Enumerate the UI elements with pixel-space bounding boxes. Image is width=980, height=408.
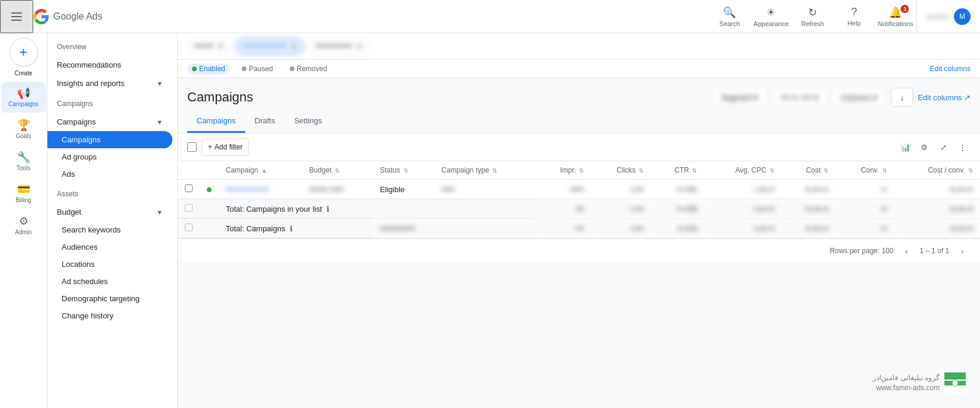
date-chevron-icon: ▾ bbox=[814, 93, 818, 102]
edit-columns-action-link[interactable]: Edit columns ↗ bbox=[918, 93, 971, 102]
total-campaigns-cost: ••,•••.•• bbox=[782, 219, 836, 238]
total-campaigns-checkbox bbox=[178, 219, 219, 238]
compare-filter-chip[interactable]: ••••••••••••••• ✕ bbox=[309, 38, 370, 55]
avatar[interactable]: M bbox=[954, 8, 971, 25]
th-ctr[interactable]: CTR ⇅ bbox=[651, 161, 704, 180]
top-navigation: Google Ads 🔍 Search ☀ Appearance ↻ Refre… bbox=[0, 0, 980, 33]
refresh-button[interactable]: ↻ Refresh bbox=[792, 0, 833, 33]
pagination-next-button[interactable]: › bbox=[954, 243, 971, 259]
edit-columns-link[interactable]: Edit columns bbox=[930, 65, 971, 73]
logo-area: Google Ads bbox=[33, 8, 114, 25]
sidebar-item-ads[interactable]: Ads bbox=[47, 165, 172, 183]
sidebar-item-billing[interactable]: 💳 Billing bbox=[1, 178, 46, 209]
notifications-button[interactable]: 🔔 1 Notifications bbox=[875, 0, 916, 33]
chart-view-button[interactable]: 📊 bbox=[897, 139, 914, 155]
campaign-name-link[interactable]: •••••••••••••••• bbox=[226, 185, 269, 194]
th-campaign[interactable]: Campaign ▲ bbox=[219, 161, 302, 180]
tab-campaigns[interactable]: Campaigns bbox=[187, 111, 245, 133]
sidebar-item-ad-schedules[interactable]: Ad schedules bbox=[47, 273, 172, 290]
account-chip-close-icon[interactable]: ✕ bbox=[217, 42, 225, 51]
th-cost-conv[interactable]: Cost / conv. ⇅ bbox=[894, 161, 980, 180]
help-label: Help bbox=[847, 20, 861, 27]
th-budget[interactable]: Budget ⇅ bbox=[302, 161, 373, 180]
sidebar-item-campaigns-menu[interactable]: Campaigns ▼ bbox=[47, 113, 172, 131]
sidebar-item-budget[interactable]: Budget ▼ bbox=[47, 203, 172, 221]
total-in-list-row: Total: Campaigns in your list ℹ ••• •,••… bbox=[178, 199, 980, 219]
sidebar-item-admin[interactable]: ⚙ Admin bbox=[1, 210, 46, 241]
more-options-button[interactable]: ⋮ bbox=[954, 139, 971, 155]
compare-chip-close-icon[interactable]: ✕ bbox=[356, 42, 363, 51]
sidebar-item-campaigns-sub[interactable]: Campaigns bbox=[47, 131, 172, 148]
total-in-list-checkbox-input[interactable] bbox=[185, 204, 193, 212]
select-all-checkbox[interactable] bbox=[187, 142, 197, 152]
google-ads-logo[interactable]: Google Ads bbox=[33, 8, 103, 25]
th-avg-cpc[interactable]: Avg. CPC ⇅ bbox=[704, 161, 781, 180]
th-conv[interactable]: Conv. ⇅ bbox=[835, 161, 894, 180]
table-settings-button[interactable]: ⚙ bbox=[916, 139, 933, 155]
row-checkbox-cell[interactable] bbox=[178, 180, 200, 199]
sidebar-item-demo-targeting[interactable]: Demographic targeting bbox=[47, 290, 172, 307]
date-chip-close-icon[interactable]: ✕ bbox=[290, 42, 297, 51]
pagination-prev-button[interactable]: ‹ bbox=[898, 243, 915, 259]
enabled-filter-pill[interactable]: Enabled bbox=[187, 63, 230, 74]
admin-icon: ⚙ bbox=[19, 215, 28, 228]
create-plus-icon: + bbox=[19, 44, 27, 60]
sidebar-item-goals[interactable]: 🏆 Goals bbox=[1, 114, 46, 145]
total-campaigns-conv: •• bbox=[835, 219, 894, 238]
th-checkbox bbox=[178, 161, 200, 180]
sidebar-item-tools[interactable]: 🔧 Tools bbox=[1, 146, 46, 177]
watermark-line2: www.famin-ads.com bbox=[873, 383, 940, 393]
watermark: گروه تبلیغاتی فامین‌ادز www.famin-ads.co… bbox=[873, 372, 966, 394]
sidebar-item-ad-groups[interactable]: Ad groups bbox=[47, 148, 172, 165]
search-button[interactable]: 🔍 Search bbox=[709, 0, 750, 33]
date-range-button[interactable]: ••• ••, •••• ▾ bbox=[772, 88, 827, 107]
th-campaign-type[interactable]: Campaign type ⇅ bbox=[434, 161, 536, 180]
th-cost[interactable]: Cost ⇅ bbox=[782, 161, 836, 180]
total-in-list-avg-cpc: •,•••.•• bbox=[704, 199, 781, 219]
enabled-label: Enabled bbox=[199, 65, 225, 73]
segment-button[interactable]: Segment ▾ bbox=[712, 88, 767, 107]
row-budget-cell: ••••••• ••••• bbox=[302, 180, 373, 199]
campaigns-table: Campaign ▲ Budget ⇅ Status ⇅ Campaign ty… bbox=[178, 161, 980, 238]
create-button[interactable]: + bbox=[9, 38, 38, 66]
hamburger-menu-button[interactable] bbox=[0, 0, 33, 33]
removed-filter-pill[interactable]: Removed bbox=[285, 63, 332, 74]
row-campaign-cell: •••••••••••••••• bbox=[219, 180, 302, 199]
secondary-sidebar: Overview Recommendations Insights and re… bbox=[47, 33, 178, 408]
status-sort-icon: ⇅ bbox=[403, 167, 408, 174]
main-sidebar: + Create 📢 Campaigns 🏆 Goals 🔧 Tools 💳 B… bbox=[0, 33, 47, 408]
row-avg-cpc-cell: •,•••.•• bbox=[704, 180, 781, 199]
segment-chevron-icon: ▾ bbox=[754, 93, 758, 102]
google-logo-icon bbox=[33, 8, 50, 25]
date-filter-chip[interactable]: •••••••••••••••••• ✕ bbox=[236, 38, 305, 55]
sidebar-item-search-keywords[interactable]: Search keywords bbox=[47, 221, 172, 238]
tab-settings[interactable]: Settings bbox=[284, 111, 331, 133]
columns-button[interactable]: Columns ▾ bbox=[832, 88, 886, 107]
row-checkbox[interactable] bbox=[185, 184, 193, 192]
more-vert-icon: ⋮ bbox=[959, 143, 966, 152]
expand-button[interactable]: ⤢ bbox=[935, 139, 952, 155]
th-impr[interactable]: Impr. ⇅ bbox=[536, 161, 591, 180]
sidebar-item-campaigns[interactable]: 📢 Campaigns bbox=[1, 82, 46, 113]
appearance-button[interactable]: ☀ Appearance bbox=[750, 0, 792, 33]
account-filter-chip[interactable]: •••••••• ✕ bbox=[187, 38, 231, 55]
sidebar-item-locations[interactable]: Locations bbox=[47, 256, 172, 273]
help-button[interactable]: ? Help bbox=[833, 0, 875, 33]
add-filter-button[interactable]: + Add filter bbox=[201, 138, 249, 156]
th-status-text[interactable]: Status ⇅ bbox=[373, 161, 434, 180]
sidebar-item-audiences[interactable]: Audiences bbox=[47, 238, 172, 256]
paused-filter-pill[interactable]: Paused bbox=[237, 63, 278, 74]
th-clicks[interactable]: Clicks ⇅ bbox=[591, 161, 651, 180]
th-status[interactable] bbox=[200, 161, 219, 180]
total-campaigns-checkbox-input[interactable] bbox=[185, 224, 193, 231]
sidebar-item-insights[interactable]: Insights and reports ▼ bbox=[47, 74, 172, 93]
sidebar-item-change-history[interactable]: Change history bbox=[47, 307, 172, 324]
expand-icon: ⤢ bbox=[940, 143, 947, 152]
search-icon: 🔍 bbox=[723, 6, 736, 19]
goals-icon: 🏆 bbox=[17, 119, 30, 132]
download-button[interactable]: ↓ bbox=[891, 88, 913, 107]
total-in-list-impr: ••• bbox=[536, 199, 591, 219]
type-sort-icon: ⇅ bbox=[492, 167, 497, 174]
sidebar-item-recommendations[interactable]: Recommendations bbox=[47, 56, 172, 74]
tab-drafts[interactable]: Drafts bbox=[245, 111, 285, 133]
